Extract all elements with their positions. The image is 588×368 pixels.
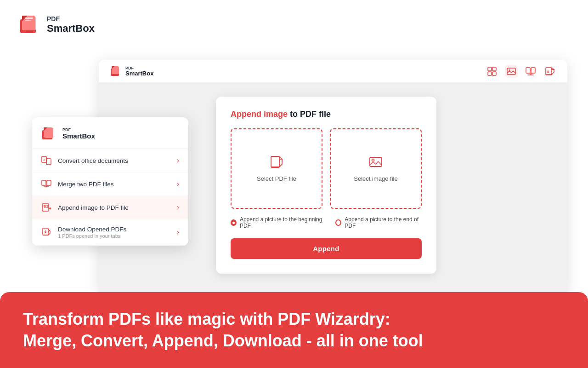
sidebar-item-merge[interactable]: Merge two PDF files › bbox=[32, 172, 188, 196]
svg-rect-22 bbox=[42, 180, 46, 185]
sidebar-card-logo-icon bbox=[41, 126, 58, 142]
title-to-pdf-file: to PDF file bbox=[290, 109, 331, 119]
download-item-sublabel: 1 PDFs opened in your tabs bbox=[58, 233, 170, 239]
banner-line1: Transform PDFs like magic with PDF Wizar… bbox=[23, 310, 390, 328]
top-logo-area: PDF SmartBox bbox=[0, 0, 588, 46]
image-icon-button[interactable] bbox=[505, 65, 518, 78]
append-menu-icon bbox=[41, 202, 51, 213]
svg-rect-11 bbox=[492, 72, 496, 75]
main-logo-icon bbox=[18, 13, 42, 37]
download-item-text-area: Download Opened PDFs 1 PDFs opened in yo… bbox=[58, 226, 170, 239]
svg-rect-21 bbox=[46, 159, 51, 165]
svg-rect-9 bbox=[492, 67, 496, 71]
svg-rect-28 bbox=[271, 156, 279, 167]
svg-rect-12 bbox=[507, 68, 515, 75]
title-append-image: Append image bbox=[231, 109, 288, 119]
browser-logo-smartbox: SmartBox bbox=[125, 70, 153, 76]
svg-rect-15 bbox=[531, 68, 535, 73]
main-logo: PDF SmartBox bbox=[18, 13, 95, 37]
svg-rect-4 bbox=[25, 20, 31, 21]
browser-logo-texts: PDF SmartBox bbox=[125, 66, 153, 76]
merge-item-text-area: Merge two PDF files bbox=[58, 181, 170, 188]
convert-menu-icon bbox=[41, 155, 51, 166]
append-card-title: Append image to PDF file bbox=[231, 109, 422, 119]
svg-point-30 bbox=[372, 159, 374, 161]
sidebar-logo-smartbox: SmartBox bbox=[62, 132, 95, 140]
sidebar-item-download[interactable]: Download Opened PDFs 1 PDFs opened in yo… bbox=[32, 219, 188, 246]
sidebar-card: PDF SmartBox Convert office documents › bbox=[32, 117, 188, 246]
append-item-arrow: › bbox=[177, 203, 179, 212]
sidebar-item-append[interactable]: Append image to PDF file › bbox=[32, 196, 188, 219]
append-item-text-area: Append image to PDF file bbox=[58, 204, 170, 211]
bottom-banner: Transform PDFs like magic with PDF Wizar… bbox=[0, 292, 588, 368]
radio-end[interactable]: Append a picture to the end of PDF bbox=[335, 216, 422, 229]
browser-logo-icon bbox=[110, 65, 123, 78]
radio-end-circle bbox=[335, 219, 341, 226]
radio-beginning-label: Append a picture to the beginning PDF bbox=[240, 216, 324, 229]
pdf-zone-icon bbox=[269, 155, 284, 170]
convert-item-arrow: › bbox=[177, 156, 179, 165]
convert-icon-button[interactable] bbox=[486, 65, 498, 78]
append-button[interactable]: Append bbox=[231, 238, 422, 259]
pdf-drop-zone[interactable]: Select PDF file bbox=[231, 128, 322, 209]
browser-topbar: PDF SmartBox bbox=[99, 60, 567, 83]
merge-icon-button[interactable] bbox=[524, 65, 537, 78]
logo-pdf-label: PDF bbox=[47, 16, 95, 23]
download-icon-button[interactable] bbox=[543, 65, 556, 78]
sidebar-item-convert[interactable]: Convert office documents › bbox=[32, 149, 188, 172]
browser-logo: PDF SmartBox bbox=[110, 65, 153, 78]
svg-rect-3 bbox=[25, 17, 33, 19]
image-zone-icon bbox=[368, 155, 383, 170]
svg-rect-8 bbox=[488, 67, 492, 71]
svg-rect-29 bbox=[370, 157, 382, 167]
file-drop-area: Select PDF file Select image file bbox=[231, 128, 422, 209]
svg-rect-10 bbox=[488, 72, 492, 75]
download-item-arrow: › bbox=[177, 228, 179, 236]
svg-rect-23 bbox=[47, 180, 51, 185]
convert-item-text-area: Convert office documents bbox=[58, 157, 170, 164]
image-drop-zone[interactable]: Select image file bbox=[330, 128, 422, 209]
radio-beginning[interactable]: Append a picture to the beginning PDF bbox=[231, 216, 324, 229]
merge-item-label: Merge two PDF files bbox=[58, 181, 170, 188]
main-logo-text: PDF SmartBox bbox=[47, 16, 95, 34]
radio-beginning-circle bbox=[231, 219, 237, 226]
sidebar-card-header: PDF SmartBox bbox=[32, 117, 188, 149]
svg-rect-16 bbox=[546, 68, 552, 75]
sidebar-card-logo-texts: PDF SmartBox bbox=[62, 128, 95, 140]
image-zone-label: Select image file bbox=[354, 175, 397, 182]
svg-rect-14 bbox=[526, 68, 530, 73]
banner-text: Transform PDFs like magic with PDF Wizar… bbox=[23, 309, 423, 352]
download-item-label: Download Opened PDFs bbox=[58, 226, 170, 233]
radio-options: Append a picture to the beginning PDF Ap… bbox=[231, 216, 422, 229]
merge-item-arrow: › bbox=[177, 180, 179, 188]
banner-line2: Merge, Convert, Append, Download - all i… bbox=[23, 331, 423, 350]
merge-menu-icon bbox=[41, 179, 51, 189]
convert-item-label: Convert office documents bbox=[58, 157, 170, 164]
logo-smartbox-label: SmartBox bbox=[47, 23, 95, 34]
pdf-zone-label: Select PDF file bbox=[257, 175, 296, 182]
radio-end-label: Append a picture to the end of PDF bbox=[345, 216, 422, 229]
download-menu-icon bbox=[41, 227, 51, 237]
append-item-label: Append image to PDF file bbox=[58, 204, 170, 211]
browser-toolbar-icons bbox=[486, 65, 556, 78]
append-card: Append image to PDF file Select PDF file bbox=[216, 97, 436, 274]
